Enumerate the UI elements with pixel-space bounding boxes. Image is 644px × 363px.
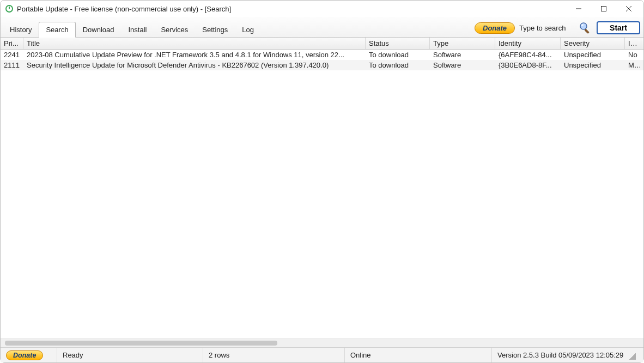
col-header-title[interactable]: Title bbox=[23, 38, 366, 49]
cell-priority: 2241 bbox=[1, 50, 23, 60]
tab-strip: History Search Download Install Services… bbox=[3, 22, 261, 37]
cell-priority: 2111 bbox=[1, 59, 23, 71]
cell-installed: Mir bbox=[625, 59, 641, 71]
resize-grip-icon[interactable] bbox=[627, 351, 636, 360]
tab-download[interactable]: Download bbox=[76, 22, 121, 37]
cell-type: Software bbox=[430, 59, 495, 71]
tab-label: Services bbox=[161, 26, 188, 34]
status-version: Version 2.5.3 Build 05/09/2023 12:05:29 bbox=[492, 348, 643, 362]
tab-label: Install bbox=[128, 26, 147, 34]
cell-type: Software bbox=[430, 50, 495, 60]
minimize-button[interactable] bbox=[566, 1, 591, 17]
svg-point-5 bbox=[580, 23, 587, 29]
col-header-priority[interactable]: Pri... bbox=[1, 38, 23, 49]
cell-installed: No bbox=[625, 50, 641, 60]
close-button[interactable] bbox=[616, 1, 641, 17]
status-version-text: Version 2.5.3 Build 05/09/2023 12:05:29 bbox=[497, 351, 623, 359]
app-icon bbox=[5, 4, 14, 13]
search-input[interactable]: Type to search bbox=[519, 24, 574, 32]
cell-severity: Unspecified bbox=[561, 50, 625, 60]
grid-body: 2241 2023-08 Cumulative Update Preview f… bbox=[1, 50, 643, 338]
tab-label: Download bbox=[83, 26, 114, 34]
status-rows: 2 rows bbox=[203, 348, 345, 362]
status-online: Online bbox=[345, 348, 492, 362]
grid-header: Pri... Title Status Type Identity Severi… bbox=[1, 38, 643, 50]
status-donate-cell: Donate bbox=[1, 348, 57, 362]
col-header-installed[interactable]: Ins bbox=[625, 38, 641, 49]
statusbar: Donate Ready 2 rows Online Version 2.5.3… bbox=[1, 347, 643, 362]
tab-label: History bbox=[10, 26, 32, 34]
app-window: Portable Update - Free license (non-comm… bbox=[0, 0, 644, 363]
tab-services[interactable]: Services bbox=[154, 22, 195, 37]
tab-log[interactable]: Log bbox=[235, 22, 261, 37]
tab-label: Settings bbox=[202, 26, 228, 34]
col-header-severity[interactable]: Severity bbox=[561, 38, 625, 49]
tab-history[interactable]: History bbox=[3, 22, 39, 37]
statusbar-donate-button[interactable]: Donate bbox=[6, 350, 43, 360]
tab-label: Search bbox=[46, 26, 68, 34]
col-header-status[interactable]: Status bbox=[366, 38, 430, 49]
table-row[interactable]: 2241 2023-08 Cumulative Update Preview f… bbox=[1, 50, 643, 60]
cell-status: To download bbox=[366, 59, 430, 71]
window-title: Portable Update - Free license (non-comm… bbox=[17, 5, 231, 13]
maximize-button[interactable] bbox=[591, 1, 616, 17]
cell-status: To download bbox=[366, 50, 430, 60]
svg-rect-2 bbox=[602, 7, 606, 11]
col-header-identity[interactable]: Identity bbox=[495, 38, 561, 49]
table-row[interactable]: 2111 Security Intelligence Update for Mi… bbox=[1, 60, 643, 70]
start-button[interactable]: Start bbox=[597, 21, 640, 34]
tab-label: Log bbox=[242, 26, 254, 34]
tab-settings[interactable]: Settings bbox=[195, 22, 235, 37]
cell-title: 2023-08 Cumulative Update Preview for .N… bbox=[23, 50, 366, 60]
scrollbar-thumb[interactable] bbox=[5, 341, 277, 346]
titlebar: Portable Update - Free license (non-comm… bbox=[1, 1, 643, 17]
cell-title: Security Intelligence Update for Microso… bbox=[23, 59, 366, 71]
tab-install[interactable]: Install bbox=[121, 22, 154, 37]
col-header-type[interactable]: Type bbox=[430, 38, 495, 49]
cell-severity: Unspecified bbox=[561, 59, 625, 71]
horizontal-scrollbar[interactable] bbox=[1, 338, 643, 347]
status-ready: Ready bbox=[57, 348, 203, 362]
donate-button[interactable]: Donate bbox=[475, 22, 515, 34]
tab-search[interactable]: Search bbox=[39, 22, 75, 38]
cell-identity: {6AFE98C4-84... bbox=[495, 50, 561, 60]
cell-identity: {3B0E6AD8-8F... bbox=[495, 59, 561, 71]
results-grid: Pri... Title Status Type Identity Severi… bbox=[1, 38, 643, 347]
toolbar: History Search Download Install Services… bbox=[1, 17, 643, 38]
svg-rect-7 bbox=[585, 29, 590, 34]
search-icon[interactable] bbox=[578, 21, 592, 35]
